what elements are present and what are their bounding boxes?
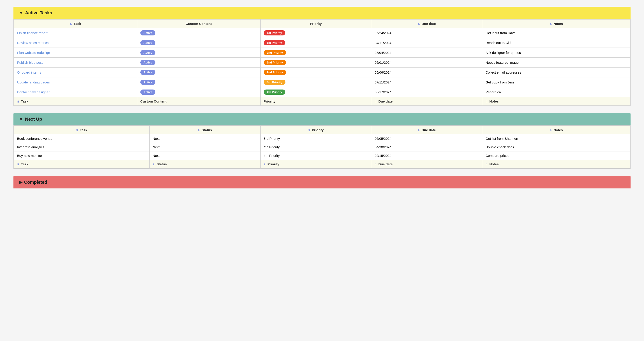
- nextup-task-notes: Get list from Shannon: [482, 134, 630, 143]
- sort-icon-nu-priority: ⇅: [308, 129, 310, 132]
- active-task-notes: Ask designer for quotes: [482, 48, 630, 58]
- active-task-status: Active: [137, 87, 260, 97]
- nextup-header[interactable]: ▼ Next Up: [14, 113, 630, 125]
- nextup-footer-row: ⇅ Task ⇅ Status ⇅ Priority ⇅ Due date: [14, 160, 630, 168]
- nextup-task-name[interactable]: Book conference venue: [14, 134, 150, 143]
- active-tasks-arrow: ▼: [19, 10, 23, 16]
- active-tasks-footer-row: ⇅ Task Custom Content Priority ⇅ Due dat…: [14, 97, 630, 106]
- active-task-due: 08/04/2024: [371, 48, 482, 58]
- nextup-footer-task: ⇅ Task: [14, 160, 150, 168]
- active-task-notes: Get copy from Jess: [482, 77, 630, 87]
- active-task-priority: 1st Priority: [260, 38, 371, 48]
- active-task-status: Active: [137, 48, 260, 58]
- active-tasks-header[interactable]: ▼ Active Tasks: [14, 7, 630, 19]
- active-task-due: 05/06/2024: [371, 68, 482, 77]
- active-task-notes: Record call: [482, 87, 630, 97]
- nextup-footer-due: ⇅ Due date: [371, 160, 482, 168]
- nextup-col-task[interactable]: ⇅ Task: [14, 126, 150, 134]
- active-task-name[interactable]: Plan website redesign: [14, 48, 137, 58]
- active-footer-notes: ⇅ Notes: [482, 97, 630, 106]
- active-tasks-section: ▼ Active Tasks ⇅ Task Custom Content Pri…: [14, 7, 630, 106]
- status-badge: Active: [140, 80, 156, 85]
- active-tasks-header-row: ⇅ Task Custom Content Priority ⇅ Due dat…: [14, 20, 630, 28]
- sort-icon-nu-status: ⇅: [198, 129, 200, 132]
- active-task-name[interactable]: Finish finance report: [14, 28, 137, 38]
- completed-header[interactable]: ▶ Completed: [14, 176, 630, 188]
- status-badge: Active: [140, 50, 156, 55]
- nextup-title: Next Up: [25, 117, 42, 122]
- nextup-col-due[interactable]: ⇅ Due date: [371, 126, 482, 134]
- task-link[interactable]: Update landing pages: [17, 80, 50, 84]
- nextup-task-notes: Compare prices: [482, 151, 630, 160]
- status-badge: Active: [140, 40, 156, 45]
- nextup-task-due: 02/15/2024: [371, 151, 482, 160]
- priority-badge: 1st Priority: [264, 40, 285, 45]
- active-task-notes: Get input from Dave: [482, 28, 630, 38]
- sort-icon-notes: ⇅: [550, 23, 552, 26]
- sort-icon-nu-notes: ⇅: [550, 129, 552, 132]
- task-link[interactable]: Review sales metrics: [17, 41, 49, 45]
- active-footer-custom: Custom Content: [137, 97, 260, 106]
- nextup-footer-priority: ⇅ Priority: [260, 160, 371, 168]
- active-task-status: Active: [137, 58, 260, 68]
- status-badge: Active: [140, 30, 156, 36]
- active-col-notes[interactable]: ⇅ Notes: [482, 20, 630, 28]
- sort-icon-nu-due: ⇅: [418, 129, 420, 132]
- active-task-notes: Needs featured image: [482, 58, 630, 68]
- nextup-col-notes[interactable]: ⇅ Notes: [482, 126, 630, 134]
- priority-badge: 2nd Priority: [264, 70, 286, 75]
- nextup-task-row: Integrate analytics Next 4th Priority 04…: [14, 143, 630, 151]
- completed-section: ▶ Completed: [14, 176, 630, 188]
- sort-icon-task: ⇅: [70, 23, 72, 26]
- nextup-col-status[interactable]: ⇅ Status: [149, 126, 260, 134]
- nextup-task-name[interactable]: Integrate analytics: [14, 143, 150, 151]
- sort-icon-nu-task: ⇅: [76, 129, 78, 132]
- nextup-task-row: Book conference venue Next 3rd Priority …: [14, 134, 630, 143]
- status-badge: Active: [140, 70, 156, 75]
- sort-icon-due: ⇅: [418, 23, 420, 26]
- nextup-task-notes: Double check docs: [482, 143, 630, 151]
- active-task-row: Review sales metrics Active 1st Priority…: [14, 38, 630, 48]
- nextup-task-name[interactable]: Buy new monitor: [14, 151, 150, 160]
- active-task-row: Plan website redesign Active 2nd Priorit…: [14, 48, 630, 58]
- completed-arrow: ▶: [19, 179, 22, 185]
- active-task-due: 06/17/2024: [371, 87, 482, 97]
- active-task-priority: 2nd Priority: [260, 48, 371, 58]
- active-task-due: 07/11/2024: [371, 77, 482, 87]
- active-task-row: Publish blog post Active 2nd Priority 05…: [14, 58, 630, 68]
- task-link[interactable]: Onboard interns: [17, 71, 41, 74]
- active-task-name[interactable]: Review sales metrics: [14, 38, 137, 48]
- task-link[interactable]: Finish finance report: [17, 31, 48, 35]
- nextup-task-status: Next: [149, 143, 260, 151]
- active-tasks-table-container: ⇅ Task Custom Content Priority ⇅ Due dat…: [14, 19, 630, 106]
- nextup-col-priority[interactable]: ⇅ Priority: [260, 126, 371, 134]
- nextup-section: ▼ Next Up ⇅ Task ⇅ Status ⇅ Priority: [14, 113, 630, 169]
- active-footer-priority: Priority: [260, 97, 371, 106]
- active-task-notes: Reach out to Cliff: [482, 38, 630, 48]
- priority-badge: 1st Priority: [264, 30, 285, 36]
- nextup-task-priority: 4th Priority: [260, 143, 371, 151]
- active-col-priority[interactable]: Priority: [260, 20, 371, 28]
- active-tasks-table: ⇅ Task Custom Content Priority ⇅ Due dat…: [14, 19, 630, 106]
- nextup-task-row: Buy new monitor Next 4th Priority 02/15/…: [14, 151, 630, 160]
- task-link[interactable]: Plan website redesign: [17, 51, 50, 55]
- active-col-due[interactable]: ⇅ Due date: [371, 20, 482, 28]
- nextup-task-due: 06/05/2024: [371, 134, 482, 143]
- nextup-task-priority: 3rd Priority: [260, 134, 371, 143]
- nextup-table-container: ⇅ Task ⇅ Status ⇅ Priority ⇅ Due date: [14, 125, 630, 169]
- active-task-name[interactable]: Contact new designer: [14, 87, 137, 97]
- active-col-custom[interactable]: Custom Content: [137, 20, 260, 28]
- active-task-name[interactable]: Update landing pages: [14, 77, 137, 87]
- active-task-name[interactable]: Onboard interns: [14, 68, 137, 77]
- active-task-name[interactable]: Publish blog post: [14, 58, 137, 68]
- active-task-priority: 4th Priority: [260, 87, 371, 97]
- status-badge: Active: [140, 60, 156, 65]
- active-col-task[interactable]: ⇅ Task: [14, 20, 137, 28]
- active-task-priority: 2nd Priority: [260, 58, 371, 68]
- task-link[interactable]: Contact new designer: [17, 90, 50, 94]
- priority-badge: 2nd Priority: [264, 60, 286, 65]
- task-link[interactable]: Publish blog post: [17, 61, 42, 64]
- active-task-status: Active: [137, 38, 260, 48]
- priority-badge: 3rd Priority: [264, 80, 286, 85]
- active-task-status: Active: [137, 68, 260, 77]
